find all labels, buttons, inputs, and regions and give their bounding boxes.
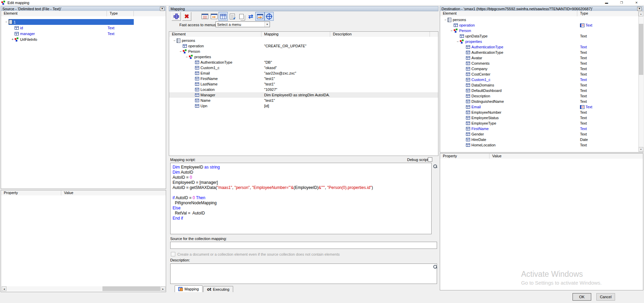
vscroll-down-icon[interactable]: ▼ <box>639 147 643 152</box>
copy-button[interactable] <box>237 12 246 21</box>
mapping-tree-row[interactable]: −Person <box>169 49 438 54</box>
destination-tree-row[interactable]: DefaultDashboardText <box>440 88 639 93</box>
tab-executing[interactable]: otExecuting <box>203 286 233 292</box>
mapping-tree-row[interactable]: −persons <box>169 38 438 43</box>
destination-tree-row[interactable]: −properties <box>440 39 639 44</box>
destination-tree-row[interactable]: EmployeeNumberText <box>440 110 639 115</box>
mapping-tree-row[interactable]: FirstName"test1" <box>169 76 438 81</box>
destination-tree-row[interactable]: EmailText <box>440 104 639 110</box>
mapping-tree-row[interactable]: AuthenticationType"DB" <box>169 60 438 65</box>
close-button[interactable]: ✕ <box>629 0 644 5</box>
source-close-icon[interactable]: ✕ <box>160 7 164 11</box>
source-tree-row[interactable]: idText <box>1 25 134 31</box>
target-button[interactable] <box>264 12 274 21</box>
destination-tree-row[interactable]: AvatarText <box>440 55 639 61</box>
source-col-type[interactable]: Type <box>107 11 134 16</box>
destination-tree-row[interactable]: EmployeeTypeText <box>440 121 639 126</box>
source-view-button[interactable] <box>200 12 209 21</box>
mapping-tree-row[interactable]: Location"10927" <box>169 87 438 92</box>
destination-tree-row[interactable]: HireDateDate <box>440 137 639 142</box>
destination-tree-row[interactable]: CostCenterText <box>440 71 639 77</box>
destination-close-icon[interactable]: ✕ <box>637 7 642 11</box>
collection-source-input[interactable] <box>170 242 437 249</box>
destination-prop-col-value[interactable]: Value <box>489 154 643 159</box>
expander-icon[interactable]: + <box>11 37 15 41</box>
tab-mapping[interactable]: Mapping <box>175 285 203 292</box>
tree-item-field-icon <box>466 116 470 119</box>
destination-view-button[interactable] <box>209 12 219 21</box>
mapping-tree-row[interactable]: operation"CREATE_OR_UPDATE" <box>169 43 438 49</box>
destination-tree-row[interactable]: HomeLocationText <box>440 142 639 148</box>
destination-tree-row[interactable]: FirstNameText <box>440 126 639 131</box>
destination-tree-row[interactable]: DistinguishedNameText <box>440 99 639 104</box>
hscroll-thumb[interactable] <box>102 286 160 291</box>
fast-access-dropdown[interactable]: Select a menu ▼ <box>215 21 270 27</box>
hscroll-left-icon[interactable]: ◀ <box>2 286 6 291</box>
description-zoom-icon[interactable] <box>433 265 437 269</box>
cancel-button[interactable]: Cancel <box>596 293 615 301</box>
export-button[interactable] <box>255 12 264 21</box>
mapping-tree-row[interactable]: ManagerDim EmployeeID as stringDim AutoI… <box>169 92 438 98</box>
destination-tree-row[interactable]: AuthenticationTypeText <box>440 44 639 50</box>
mapping-col-element[interactable]: Element <box>169 32 261 37</box>
minimize-button[interactable]: ▬ <box>599 0 614 5</box>
destination-tree-row[interactable]: CommentsText <box>440 61 639 66</box>
script-zoom-icon[interactable] <box>433 164 437 169</box>
destination-tree-row[interactable]: operationText <box>440 22 639 28</box>
destination-tree-row[interactable]: −persons <box>440 17 639 22</box>
description-textarea[interactable] <box>170 264 437 284</box>
hscroll-right-icon[interactable]: ▶ <box>161 286 165 291</box>
expander-icon[interactable]: − <box>173 39 177 43</box>
source-tree-row[interactable]: +UrlFileInfo <box>1 36 134 42</box>
vscroll-up-icon[interactable]: ▲ <box>639 12 643 16</box>
tree-item-label: properties <box>194 55 211 59</box>
add-mapping-button[interactable] <box>172 12 181 21</box>
vscroll-thumb[interactable] <box>639 24 643 75</box>
script-line: AutoID = 0 <box>173 175 429 180</box>
destination-col-type[interactable]: Type <box>577 11 639 16</box>
table-view-button[interactable] <box>219 12 228 21</box>
destination-tree-row[interactable]: AuthenticationTypeText <box>440 50 639 55</box>
expander-icon[interactable]: − <box>456 40 460 44</box>
mapping-tree-row[interactable]: Name"test1" <box>169 98 438 103</box>
source-property-header: Property Value <box>1 190 166 196</box>
expander-icon[interactable]: − <box>179 50 183 53</box>
destination-tree-row[interactable]: CompanyText <box>440 66 639 71</box>
script-view-button[interactable] <box>228 12 237 21</box>
mapping-script-editor[interactable]: Dim EmployeeID as stringDim AutoIDAutoID… <box>170 163 432 234</box>
mapping-col-description[interactable]: Description <box>330 32 430 37</box>
tree-element-cell: DistinguishedName <box>440 99 577 104</box>
destination-tree-row[interactable]: upnDataTypeText <box>440 33 639 39</box>
mapping-tree-row[interactable]: Upn[id] <box>169 103 438 109</box>
mapping-col-mapping[interactable]: Mapping <box>261 32 330 37</box>
source-prop-col-property[interactable]: Property <box>1 190 61 195</box>
tree-element-cell: manager <box>1 31 107 36</box>
destination-tree-row[interactable]: GenderText <box>440 131 639 137</box>
source-col-element[interactable]: Element <box>1 11 107 16</box>
mapping-tree-row[interactable]: Email"aar22xx@zxc.zxc" <box>169 70 438 76</box>
restore-button[interactable]: ❐ <box>614 0 629 5</box>
source-prop-col-value[interactable]: Value <box>61 190 166 195</box>
destination-tree-row[interactable]: EmployeeStatusText <box>440 115 639 121</box>
expander-icon[interactable]: − <box>450 29 454 33</box>
chevron-down-icon[interactable]: ▼ <box>264 22 270 27</box>
mapping-tree-row[interactable]: −properties <box>169 54 438 60</box>
ok-button[interactable]: OK <box>573 293 591 301</box>
source-tree-row[interactable]: managerText <box>1 31 134 36</box>
destination-tree-row[interactable]: DescriptionText <box>440 93 639 99</box>
expander-icon[interactable]: − <box>444 18 448 22</box>
expander-icon[interactable]: − <box>4 20 9 24</box>
expander-icon[interactable]: − <box>185 55 189 59</box>
destination-col-element[interactable]: Element <box>440 11 577 16</box>
source-tree-row[interactable]: −1 <box>1 19 134 25</box>
debug-script-checkbox[interactable] <box>428 157 432 162</box>
create-collection-checkbox[interactable] <box>171 252 175 256</box>
destination-tree-row[interactable]: Custom1_cText <box>440 77 639 82</box>
mapping-tree-row[interactable]: LastName"test1" <box>169 81 438 87</box>
mapping-tree-row[interactable]: Custom1_c"okasd" <box>169 65 438 70</box>
delete-mapping-button[interactable]: ✖ <box>182 12 191 21</box>
destination-tree-row[interactable]: DataDomainsText <box>440 82 639 88</box>
swap-mapping-button[interactable]: ⇄ <box>246 12 255 21</box>
destination-tree-row[interactable]: −Person <box>440 28 639 33</box>
destination-prop-col-property[interactable]: Property <box>440 154 489 159</box>
